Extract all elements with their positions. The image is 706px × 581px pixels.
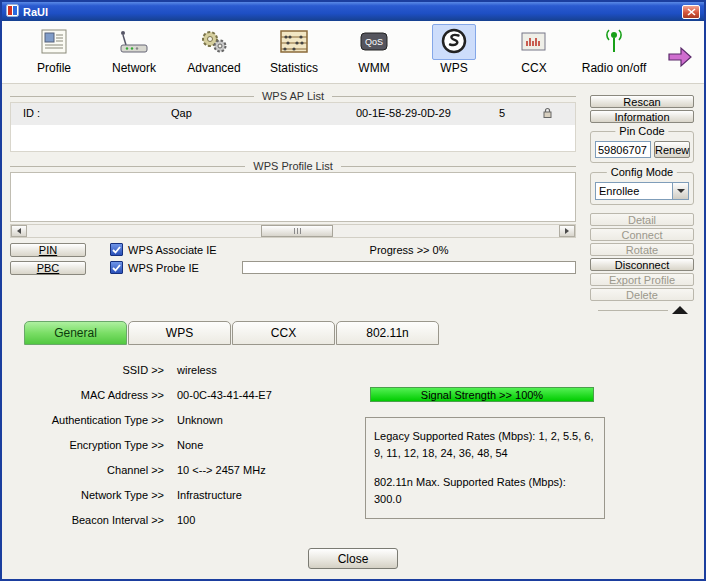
lock-icon bbox=[542, 107, 553, 121]
tab-general[interactable]: General bbox=[24, 321, 127, 345]
disconnect-button[interactable]: Disconnect bbox=[590, 258, 694, 271]
wps-ap-list: ID : Qap 00-1E-58-29-0D-29 5 bbox=[10, 102, 576, 152]
toolbar-item-label: WPS bbox=[440, 61, 467, 75]
pin-code-group: Pin Code Renew bbox=[590, 131, 694, 163]
scrollbar-track[interactable] bbox=[27, 225, 559, 237]
app-icon bbox=[6, 4, 19, 19]
connect-button[interactable]: Connect bbox=[590, 228, 694, 241]
wps-ap-list-title: WPS AP List bbox=[262, 90, 324, 102]
progress-bar bbox=[242, 261, 576, 274]
side-button-column: Rescan Information Pin Code Renew Config… bbox=[590, 92, 694, 301]
field-row-channel: Channel >> 10 <--> 2457 MHz bbox=[2, 457, 272, 482]
collapse-arrow-icon bbox=[672, 306, 688, 314]
wps-probe-ie-checkbox[interactable]: WPS Probe IE bbox=[110, 261, 242, 274]
config-mode-group: Config Mode Enrollee bbox=[590, 172, 694, 205]
next-page-arrow-icon[interactable] bbox=[666, 44, 694, 72]
scroll-left-button[interactable] bbox=[11, 225, 27, 237]
profile-icon bbox=[32, 24, 76, 60]
checkbox-checked-icon bbox=[110, 261, 123, 274]
toolbar-item-label: Statistics bbox=[270, 61, 318, 75]
divider bbox=[10, 96, 254, 97]
close-icon bbox=[687, 6, 696, 18]
divider bbox=[10, 166, 245, 167]
qos-badge-icon: QoS bbox=[352, 24, 396, 60]
field-row-network-type: Network Type >> Infrastructure bbox=[2, 482, 272, 507]
tab-wps[interactable]: WPS bbox=[128, 321, 231, 345]
ht-rates-text: 802.11n Max. Supported Rates (Mbps): 300… bbox=[374, 474, 596, 507]
tab-802-11n[interactable]: 802.11n bbox=[336, 321, 439, 345]
field-row-ssid: SSID >> wireless bbox=[2, 357, 272, 382]
close-window-button[interactable] bbox=[682, 5, 700, 19]
status-tabs: General WPS CCX 802.11n bbox=[2, 320, 704, 345]
field-row-mac-address: MAC Address >> 00-0C-43-41-44-E7 bbox=[2, 382, 272, 407]
raui-window: RaUI Profile Network Advanced Statistics… bbox=[0, 0, 706, 581]
information-button[interactable]: Information bbox=[590, 110, 694, 123]
config-mode-dropdown[interactable]: Enrollee bbox=[595, 182, 689, 200]
wps-profile-list[interactable] bbox=[10, 172, 576, 222]
gears-icon bbox=[192, 24, 236, 60]
footer: Close bbox=[2, 543, 704, 579]
dropdown-button[interactable] bbox=[672, 183, 688, 199]
toolbar-item-label: WMM bbox=[358, 61, 389, 75]
ap-list-row[interactable]: ID : Qap 00-1E-58-29-0D-29 5 bbox=[11, 103, 575, 125]
ccx-icon bbox=[512, 24, 556, 60]
horizontal-scrollbar[interactable] bbox=[10, 224, 576, 238]
divider bbox=[332, 96, 576, 97]
antenna-icon bbox=[592, 24, 636, 60]
field-label: Encryption Type >> bbox=[2, 439, 164, 451]
field-value: 10 <--> 2457 MHz bbox=[177, 464, 266, 476]
rotate-button[interactable]: Rotate bbox=[590, 243, 694, 256]
rescan-button[interactable]: Rescan bbox=[590, 95, 694, 108]
toolbar-item-profile[interactable]: Profile bbox=[14, 24, 94, 75]
toolbar: Profile Network Advanced Statistics QoS … bbox=[2, 21, 704, 84]
toolbar-item-advanced[interactable]: Advanced bbox=[174, 24, 254, 75]
toolbar-item-wmm[interactable]: QoS WMM bbox=[334, 24, 414, 75]
toolbar-item-radio-on-off[interactable]: Radio on/off bbox=[574, 24, 654, 75]
config-mode-value: Enrollee bbox=[596, 183, 672, 199]
toolbar-item-ccx[interactable]: CCX bbox=[494, 24, 574, 75]
close-button[interactable]: Close bbox=[308, 548, 398, 569]
field-label: Authentication Type >> bbox=[2, 414, 164, 426]
wps-associate-ie-checkbox[interactable]: WPS Associate IE bbox=[110, 243, 242, 256]
wps-controls-row-1: PIN WPS Associate IE Progress >> 0% bbox=[10, 242, 576, 257]
wps-probe-ie-label: WPS Probe IE bbox=[128, 262, 199, 274]
checkbox-checked-icon bbox=[110, 243, 123, 256]
toolbar-item-network[interactable]: Network bbox=[94, 24, 174, 75]
field-value: None bbox=[177, 439, 203, 451]
ap-ssid: Qap bbox=[171, 107, 192, 119]
wps-controls-row-2: PBC WPS Probe IE bbox=[10, 260, 576, 275]
grip-icon bbox=[300, 228, 301, 234]
renew-button[interactable]: Renew bbox=[654, 141, 690, 158]
scrollbar-thumb[interactable] bbox=[261, 225, 333, 237]
field-label: MAC Address >> bbox=[2, 389, 164, 401]
field-value: wireless bbox=[177, 364, 217, 376]
field-value: 100 bbox=[177, 514, 195, 526]
toolbar-item-label: Radio on/off bbox=[582, 61, 647, 75]
tab-ccx[interactable]: CCX bbox=[232, 321, 335, 345]
field-value: Unknown bbox=[177, 414, 223, 426]
toolbar-item-label: Advanced bbox=[187, 61, 240, 75]
export-profile-button[interactable]: Export Profile bbox=[590, 273, 694, 286]
wps-panel: WPS AP List ID : Qap 00-1E-58-29-0D-29 5… bbox=[2, 84, 704, 320]
field-row-authentication-type: Authentication Type >> Unknown bbox=[2, 407, 272, 432]
toolbar-item-statistics[interactable]: Statistics bbox=[254, 24, 334, 75]
divider bbox=[341, 166, 576, 167]
wps-profile-list-header: WPS Profile List bbox=[10, 160, 576, 172]
field-row-encryption-type: Encryption Type >> None bbox=[2, 432, 272, 457]
pin-button[interactable]: PIN bbox=[10, 243, 86, 257]
pbc-button[interactable]: PBC bbox=[10, 261, 86, 275]
grip-icon bbox=[297, 228, 298, 234]
general-tab-content: SSID >> wireless MAC Address >> 00-0C-43… bbox=[2, 345, 704, 543]
svg-text:QoS: QoS bbox=[365, 37, 383, 47]
pin-code-input[interactable] bbox=[595, 141, 651, 158]
toolbar-item-label: Network bbox=[112, 61, 156, 75]
detail-button[interactable]: Detail bbox=[590, 213, 694, 226]
supported-rates-box: Legacy Supported Rates (Mbps): 1, 2, 5.5… bbox=[365, 417, 605, 519]
scroll-right-button[interactable] bbox=[559, 225, 575, 237]
divider bbox=[598, 310, 668, 311]
title-bar[interactable]: RaUI bbox=[2, 2, 704, 21]
toolbar-item-wps[interactable]: WPS bbox=[414, 24, 494, 75]
delete-button[interactable]: Delete bbox=[590, 288, 694, 301]
collapse-panel-control[interactable] bbox=[598, 306, 688, 314]
toolbar-item-label: CCX bbox=[521, 61, 546, 75]
